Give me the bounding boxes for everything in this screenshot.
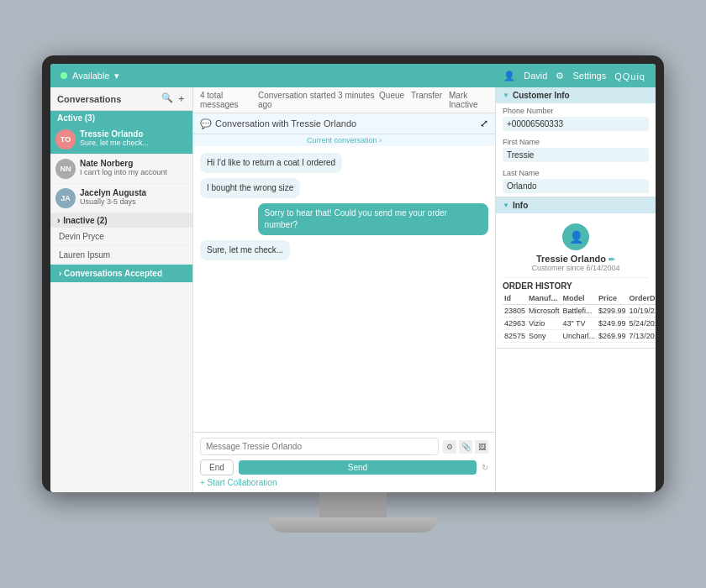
chat-top-bar: 4 total messages Conversation started 3 … bbox=[193, 87, 495, 113]
settings-label[interactable]: Settings bbox=[572, 71, 606, 81]
inactive-item-lauren[interactable]: Lauren Ipsum bbox=[50, 246, 192, 265]
main-layout: Conversations 🔍 ＋ Active (3) TO Tressie … bbox=[50, 87, 656, 492]
order-cell-id: 23805 bbox=[503, 305, 527, 318]
inactive-arrow: › bbox=[57, 216, 60, 225]
chat-input-area: ⚙ 📎 🖼 End Send ↻ + Start Collaboration bbox=[193, 432, 495, 492]
msg-2: Sorry to hear that! Could you send me yo… bbox=[258, 203, 488, 235]
conv-item-tressie[interactable]: TO Tressie Orlando Sure, let me check... bbox=[50, 125, 192, 155]
order-cell-model: Uncharl... bbox=[561, 330, 598, 343]
info-arrow: ▼ bbox=[503, 202, 509, 209]
end-button[interactable]: End bbox=[200, 459, 234, 475]
chat-title-bar: 💬 Conversation with Tressie Orlando ⤢ bbox=[193, 113, 495, 134]
time-ago: Conversation started 3 minutes ago bbox=[258, 91, 379, 109]
messages-count: 4 total messages bbox=[200, 91, 258, 109]
status-label: Available bbox=[72, 71, 109, 81]
info-section-body: 👤 Tressie Orlando ✏ Customer since 6/14/… bbox=[496, 213, 656, 348]
quiq-q-icon: Q bbox=[614, 71, 623, 81]
chat-title: 💬 Conversation with Tressie Orlando bbox=[200, 118, 356, 129]
customer-info-title: Customer Info bbox=[513, 91, 570, 100]
conv-item-jacelyn[interactable]: JA Jacelyn Augusta Usually 3-5 days bbox=[50, 184, 192, 213]
mark-inactive-button[interactable]: Mark Inactive bbox=[449, 91, 488, 109]
order-cell-price: $269.99 bbox=[597, 330, 628, 343]
inactive-section-label: › Inactive (2) bbox=[50, 213, 192, 228]
conversations-accepted-label: Conversations Accepted bbox=[64, 269, 162, 278]
attachment-icon[interactable]: 📎 bbox=[459, 440, 472, 454]
last-name-field: Last Name Orlando bbox=[496, 165, 656, 197]
sidebar: Conversations 🔍 ＋ Active (3) TO Tressie … bbox=[50, 87, 193, 492]
quiq-logo: QQuiq bbox=[614, 68, 645, 83]
image-icon[interactable]: 🖼 bbox=[475, 440, 488, 454]
order-cell-price: $299.99 bbox=[597, 305, 628, 318]
phone-label: Phone Number bbox=[503, 107, 649, 115]
active-section-label: Active (3) bbox=[50, 111, 192, 125]
order-cell-manufacturer: Sony bbox=[527, 330, 561, 343]
last-name-label: Last Name bbox=[503, 169, 649, 177]
info-section: ▼ Info 👤 Tressie Orlando ✏ Customer sinc… bbox=[496, 197, 656, 349]
info-panel: ▼ Customer Info Phone Number +0000656033… bbox=[496, 87, 656, 492]
col-id: Id bbox=[503, 292, 527, 305]
chat-title-text: Conversation with Tressie Orlando bbox=[215, 118, 356, 129]
settings-chat-icon[interactable]: ⚙ bbox=[443, 440, 456, 454]
profile-avatar: 👤 bbox=[562, 223, 589, 250]
avatar-nate: NN bbox=[55, 159, 76, 179]
msg-1: I bought the wrong size bbox=[200, 178, 300, 198]
msg-0: Hi I'd like to return a coat I ordered bbox=[200, 153, 342, 173]
edit-icon[interactable]: ✏ bbox=[609, 255, 615, 264]
first-name-label: First Name bbox=[503, 138, 649, 146]
add-icon[interactable]: ＋ bbox=[176, 92, 186, 105]
phone-field: Phone Number +00006560333 bbox=[496, 103, 656, 134]
chat-area: 4 total messages Conversation started 3 … bbox=[193, 87, 496, 492]
send-button[interactable]: Send bbox=[239, 460, 477, 475]
chat-input-row: ⚙ 📎 🖼 bbox=[200, 438, 488, 455]
conv-sub-jacelyn: Usually 3-5 days bbox=[80, 197, 146, 206]
conv-name-jacelyn: Jacelyn Augusta bbox=[80, 188, 146, 197]
collaboration-link[interactable]: + Start Collaboration bbox=[200, 478, 488, 487]
order-cell-order_date: 10/19/2... bbox=[628, 305, 656, 318]
customer-info-arrow: ▼ bbox=[503, 92, 509, 99]
profile-name: Tressie Orlando ✏ bbox=[536, 254, 615, 264]
status-area[interactable]: Available ▾ bbox=[61, 71, 119, 81]
order-row: 23805MicrosoftBattlefi...$299.9910/19/2.… bbox=[503, 305, 656, 318]
info-section-header: ▼ Info bbox=[496, 197, 656, 213]
status-dropdown-arrow[interactable]: ▾ bbox=[114, 71, 119, 81]
order-table: Id Manuf... Model Price OrderD... 23805M… bbox=[503, 292, 656, 343]
msg-3: Sure, let me check... bbox=[200, 240, 290, 260]
chat-actions: Queue Transfer Mark Inactive bbox=[379, 91, 488, 109]
info-title: Info bbox=[513, 201, 528, 210]
avatar-jacelyn: JA bbox=[55, 188, 76, 208]
conv-sub-tressie: Sure, let me check... bbox=[80, 139, 149, 147]
conv-sub-nate: I can't log into my account bbox=[80, 168, 167, 176]
order-cell-model: 43" TV bbox=[561, 318, 598, 330]
order-cell-model: Battlefi... bbox=[561, 305, 598, 318]
order-cell-order_date: 5/24/2016 bbox=[628, 318, 656, 330]
customer-info-section: ▼ Customer Info Phone Number +0000656033… bbox=[496, 87, 656, 197]
last-name-value: Orlando bbox=[503, 179, 649, 193]
profile-name-text: Tressie Orlando bbox=[536, 254, 606, 264]
inactive-item-devin[interactable]: Devin Pryce bbox=[50, 228, 192, 246]
expand-icon[interactable]: ⤢ bbox=[480, 118, 488, 129]
top-bar-right: 👤 David ⚙ Settings QQuiq bbox=[503, 68, 645, 83]
sidebar-icons: 🔍 ＋ bbox=[161, 92, 186, 105]
first-name-field: First Name Tressie bbox=[496, 134, 656, 165]
conv-name-nate: Nate Norberg bbox=[80, 159, 167, 168]
refresh-icon[interactable]: ↻ bbox=[482, 463, 488, 472]
order-cell-id: 42963 bbox=[503, 318, 527, 330]
first-name-value: Tressie bbox=[503, 148, 649, 162]
user-name[interactable]: David bbox=[524, 71, 547, 81]
message-input[interactable] bbox=[200, 438, 439, 455]
avatar-tressie: TO bbox=[55, 129, 76, 150]
conversations-accepted[interactable]: › Conversations Accepted bbox=[50, 265, 192, 282]
order-row: 82575SonyUncharl...$269.997/13/2016 bbox=[503, 330, 656, 343]
conv-info-tressie: Tressie Orlando Sure, let me check... bbox=[80, 129, 149, 147]
search-icon[interactable]: 🔍 bbox=[161, 92, 173, 105]
chat-action-row: End Send ↻ bbox=[200, 459, 488, 475]
sidebar-header: Conversations 🔍 ＋ bbox=[50, 87, 192, 111]
conv-item-nate[interactable]: NN Nate Norberg I can't log into my acco… bbox=[50, 155, 192, 184]
conv-info-jacelyn: Jacelyn Augusta Usually 3-5 days bbox=[80, 188, 146, 206]
queue-button[interactable]: Queue bbox=[379, 91, 404, 109]
phone-value: +00006560333 bbox=[503, 117, 649, 131]
chat-icon: 💬 bbox=[200, 118, 212, 129]
order-cell-price: $249.99 bbox=[597, 318, 628, 330]
transfer-button[interactable]: Transfer bbox=[411, 91, 442, 109]
user-icon: 👤 bbox=[503, 71, 515, 81]
